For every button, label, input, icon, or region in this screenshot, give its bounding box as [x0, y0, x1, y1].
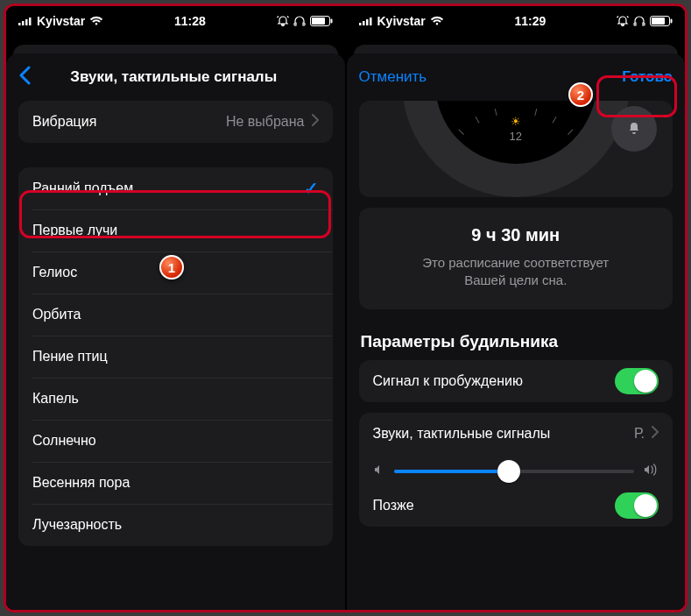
clock-label: 11:29: [444, 14, 617, 28]
nav-bar: Звуки, тактильные сигналы: [6, 53, 345, 101]
volume-slider[interactable]: [394, 470, 635, 473]
wake-alarm-group: Сигнал к пробуждению: [359, 360, 673, 402]
nav-bar: Отменить Готово: [347, 53, 686, 101]
wifi-icon: [89, 16, 103, 26]
sound-label: Первые лучи: [32, 223, 117, 238]
svg-rect-13: [671, 19, 673, 24]
sounds-haptics-row[interactable]: Звуки, тактильные сигналы Р.: [359, 413, 673, 455]
svg-rect-12: [652, 18, 665, 25]
sounds-haptics-label: Звуки, тактильные сигналы: [373, 426, 551, 442]
status-bar: Kyivstar 11:28: [6, 6, 345, 36]
wifi-icon: [430, 16, 444, 26]
wake-alarm-toggle[interactable]: [615, 368, 659, 394]
svg-rect-8: [363, 21, 365, 25]
vibration-label: Вибрация: [32, 114, 96, 130]
sound-option[interactable]: Орбита: [18, 294, 333, 336]
svg-rect-6: [330, 19, 332, 24]
sleep-dial[interactable]: ☀ 12: [359, 101, 673, 197]
sound-option[interactable]: Весенняя пора: [18, 462, 333, 504]
duration-card: 9 ч 30 мин Это расписание соответствует …: [359, 208, 673, 309]
wake-handle[interactable]: [611, 106, 657, 152]
status-bar: Kyivstar 11:29: [347, 6, 686, 36]
battery-icon: [650, 16, 673, 26]
vibration-row[interactable]: Вибрация Не выбрана: [18, 101, 333, 143]
sound-option[interactable]: Ранний подъем ✓: [18, 167, 333, 209]
screen-schedule-edit: Kyivstar 11:29 Отменить Готово: [345, 6, 686, 610]
clock-label: 11:28: [103, 14, 276, 28]
screen-sounds-haptics: Kyivstar 11:28 Звуки, тактильные сигналы…: [6, 6, 345, 610]
sound-label: Гелиос: [32, 265, 77, 280]
sound-label: Солнечно: [32, 433, 96, 449]
chevron-right-icon: [312, 114, 319, 130]
sound-label: Весенняя пора: [32, 475, 130, 491]
svg-rect-10: [370, 18, 372, 25]
svg-rect-0: [18, 23, 21, 25]
annotation-badge-2: 2: [568, 82, 593, 107]
alarm-options-header: Параметры будильника: [347, 327, 686, 360]
snooze-toggle[interactable]: [615, 492, 659, 519]
dial-center: ☀ 12: [510, 115, 522, 143]
sound-option[interactable]: Капель: [18, 378, 333, 420]
sound-label: Пение птиц: [32, 349, 108, 365]
chevron-right-icon: [652, 426, 659, 442]
sound-option[interactable]: Пение птиц: [18, 336, 333, 378]
svg-rect-5: [312, 18, 325, 25]
alarm-icon: [277, 16, 289, 26]
cancel-button[interactable]: Отменить: [359, 68, 427, 86]
svg-line-19: [553, 117, 556, 123]
sound-label: Ранний подъем: [32, 181, 133, 196]
sound-option[interactable]: Лучезарность: [18, 504, 333, 546]
annotation-badge-1: 1: [159, 255, 184, 280]
sound-option[interactable]: Первые лучи: [18, 209, 333, 251]
sound-label: Орбита: [32, 307, 81, 322]
carrier-label: Kyivstar: [37, 14, 85, 28]
page-title: Звуки, тактильные сигналы: [15, 68, 333, 86]
svg-rect-9: [366, 19, 369, 25]
svg-line-17: [495, 109, 497, 116]
volume-low-icon: [373, 464, 385, 479]
sound-label: Капель: [32, 391, 79, 407]
sounds-list: Ранний подъем ✓ Первые лучи Гелиос Орбит…: [18, 167, 333, 546]
svg-line-15: [459, 130, 464, 135]
wake-alarm-row[interactable]: Сигнал к пробуждению: [359, 360, 673, 402]
sound-label: Лучезарность: [32, 517, 122, 533]
vibration-group: Вибрация Не выбрана: [18, 101, 333, 143]
slider-thumb[interactable]: [497, 460, 520, 483]
svg-line-20: [568, 130, 573, 135]
headphones-icon: [293, 16, 306, 26]
cellular-icon: [18, 17, 32, 25]
svg-rect-1: [22, 21, 25, 25]
carrier-label: Kyivstar: [377, 14, 426, 28]
bell-icon: [626, 121, 642, 137]
svg-rect-7: [359, 23, 362, 25]
sounds-haptics-value: Р.: [634, 426, 645, 442]
svg-rect-3: [29, 18, 32, 25]
alarm-settings-group: Звуки, тактильные сигналы Р. Позже: [359, 413, 673, 527]
duration-value: 9 ч 30 мин: [373, 225, 659, 245]
checkmark-icon: ✓: [304, 178, 319, 199]
wake-alarm-label: Сигнал к пробуждению: [373, 373, 523, 389]
snooze-label: Позже: [373, 498, 414, 513]
sound-option[interactable]: Солнечно: [18, 420, 333, 462]
volume-row: [359, 455, 673, 485]
vibration-value: Не выбрана: [226, 114, 305, 130]
done-button[interactable]: Готово: [622, 68, 673, 86]
duration-subtitle-1: Это расписание соответствует: [373, 254, 659, 272]
svg-rect-2: [25, 19, 28, 25]
dial-number: 12: [510, 130, 522, 143]
volume-high-icon: [643, 464, 659, 479]
alarm-icon: [617, 16, 629, 26]
sun-icon: ☀: [510, 115, 522, 128]
headphones-icon: [633, 16, 645, 26]
cellular-icon: [359, 17, 373, 25]
snooze-row[interactable]: Позже: [359, 485, 673, 527]
battery-icon: [310, 16, 333, 26]
duration-subtitle-2: Вашей цели сна.: [373, 272, 659, 289]
svg-line-16: [476, 117, 479, 123]
svg-line-18: [534, 109, 536, 116]
